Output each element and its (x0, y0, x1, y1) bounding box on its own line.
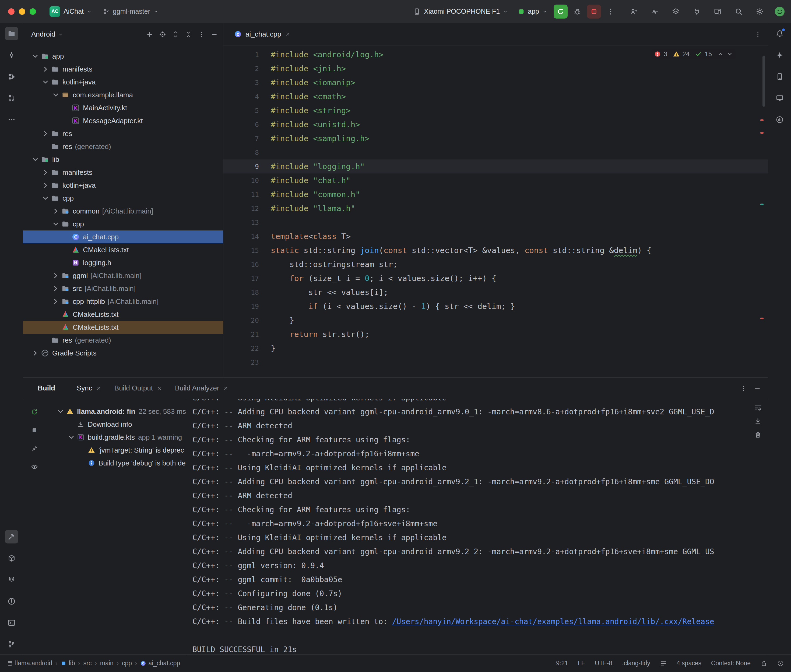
build-tree-item[interactable]: 'jvmTarget: String' is deprec (46, 444, 187, 457)
chevron-right-icon[interactable] (52, 272, 60, 280)
more-tools-button[interactable] (5, 113, 18, 126)
resource-context[interactable]: Context: None (711, 660, 751, 667)
chevron-down-icon[interactable] (31, 52, 39, 60)
build-button[interactable] (5, 530, 18, 544)
project-tree-item[interactable]: ggml[AiChat.lib.main] (23, 269, 223, 282)
build-tree-item[interactable]: Kbuild.gradle.ktsapp 1 warning (46, 431, 187, 444)
terminal-button[interactable] (5, 616, 18, 629)
caret-position[interactable]: 9:21 (556, 660, 568, 667)
project-tree-item[interactable]: CMakeLists.txt (23, 308, 223, 321)
project-tree-item[interactable]: KMessageAdapter.kt (23, 114, 223, 127)
more-actions-button[interactable] (604, 5, 618, 19)
pull-requests-button[interactable] (5, 91, 18, 105)
close-icon[interactable] (96, 386, 101, 391)
build-console[interactable]: C/C++: -- Using KleidiAI optimized kerne… (187, 399, 768, 654)
error-stripe-mark[interactable] (761, 132, 764, 134)
project-tree-item[interactable]: kotlin+java (23, 179, 223, 192)
project-tree-item[interactable]: Hlogging.h (23, 256, 223, 269)
vcs-branch-widget[interactable]: ggml-master (99, 3, 162, 20)
settings-button[interactable] (753, 5, 766, 18)
build-tab-sync[interactable]: Sync (70, 378, 108, 399)
app-insights-button[interactable] (773, 113, 786, 126)
build-tab-build-analyzer[interactable]: Build Analyzer (168, 378, 235, 399)
editor-options-icon[interactable] (754, 30, 761, 38)
project-tree-item[interactable]: cpp (23, 192, 223, 205)
run-config-selector[interactable]: app (514, 3, 551, 20)
build-tree-item[interactable]: BuildType 'debug' is both de (46, 457, 187, 469)
editor-tab-ai-chat-cpp[interactable]: C ai_chat.cpp (228, 23, 296, 45)
select-opened-file-icon[interactable] (159, 31, 166, 38)
write-access-icon[interactable] (761, 660, 767, 667)
project-widget[interactable]: AC AiChat (46, 3, 96, 20)
running-devices-button[interactable] (773, 91, 786, 105)
project-tree-item[interactable]: common[AiChat.lib.main] (23, 205, 223, 218)
close-window-button[interactable] (8, 8, 14, 15)
hide-build-panel-icon[interactable] (754, 385, 761, 392)
device-manager-button[interactable] (773, 70, 786, 83)
chevron-down-icon[interactable] (67, 433, 75, 441)
previous-problem-icon[interactable] (717, 51, 724, 57)
chevron-down-icon[interactable] (52, 220, 60, 228)
error-stripe-mark[interactable] (761, 119, 764, 121)
code-editor[interactable]: 1#include <android/log.h>2#include <jni.… (223, 45, 768, 377)
file-encoding[interactable]: UTF-8 (595, 660, 612, 667)
project-tree-item[interactable]: CMakeLists.txt (23, 243, 223, 256)
logcat-button[interactable] (5, 573, 18, 587)
chevron-right-icon[interactable] (31, 349, 39, 357)
code-with-me-button[interactable] (627, 5, 640, 18)
chevron-down-icon[interactable] (56, 407, 64, 416)
chevron-down-icon[interactable] (42, 78, 50, 86)
chevron-right-icon[interactable] (42, 181, 50, 189)
notifications-bell-button[interactable] (773, 27, 786, 40)
gemini-button[interactable] (773, 48, 786, 62)
vcs-stripe-mark[interactable] (761, 203, 764, 205)
project-tree-item[interactable]: src[AiChat.lib.main] (23, 282, 223, 295)
project-tree-item[interactable]: manifests (23, 166, 223, 179)
chevron-right-icon[interactable] (42, 168, 50, 176)
rerun-button[interactable] (554, 5, 568, 19)
chevron-down-icon[interactable] (42, 194, 50, 202)
build-tab-build-output[interactable]: Build Output (108, 378, 168, 399)
structure-button[interactable] (5, 70, 18, 83)
project-tree-item[interactable]: com.example.llama (23, 88, 223, 101)
collapse-all-icon[interactable] (185, 31, 192, 38)
soft-wrap-icon[interactable] (754, 404, 762, 412)
highlighting-icon[interactable] (777, 660, 784, 667)
error-stripe-mark[interactable] (761, 318, 764, 319)
search-button[interactable] (732, 5, 745, 18)
project-tree-item[interactable]: lib (23, 153, 223, 166)
breadcrumb-item[interactable]: llama.android (7, 660, 52, 667)
inspections-widget[interactable]: 3 24 15 (651, 49, 736, 59)
suspend-button[interactable] (29, 424, 40, 436)
project-tree-item[interactable]: CMakeLists.txt (23, 321, 223, 334)
project-tree-item[interactable]: Cai_chat.cpp (23, 230, 223, 243)
add-icon[interactable] (146, 31, 153, 38)
code-style-icon[interactable] (660, 660, 667, 667)
device-explorer-button[interactable] (5, 552, 18, 565)
close-tab-icon[interactable] (285, 32, 290, 37)
console-file-link[interactable]: /Users/hanyin/Workspace/ai-chat/examples… (392, 617, 714, 626)
close-icon[interactable] (223, 386, 228, 391)
preview-button[interactable] (29, 461, 40, 473)
project-folder-button[interactable] (5, 27, 18, 40)
project-tree-item[interactable]: cpp-httplib[AiChat.lib.main] (23, 295, 223, 308)
chevron-right-icon[interactable] (42, 130, 50, 138)
project-tree-item[interactable]: Gradle Scripts (23, 347, 223, 360)
user-avatar[interactable] (774, 6, 786, 18)
project-tree-item[interactable]: cpp (23, 218, 223, 230)
chevron-down-icon[interactable] (31, 155, 39, 163)
more-options-icon[interactable] (198, 31, 205, 38)
plugins-button[interactable] (690, 5, 703, 18)
hide-tool-window-icon[interactable] (211, 31, 218, 38)
editor-scrollbar[interactable] (762, 56, 765, 107)
stop-button[interactable] (587, 5, 601, 19)
project-view-selector[interactable]: Android (29, 28, 66, 41)
project-tree-item[interactable]: app (23, 50, 223, 62)
debug-button[interactable] (570, 5, 584, 19)
problems-button[interactable] (5, 595, 18, 608)
build-tree-item[interactable]: Download info (46, 418, 187, 431)
profiler-button[interactable] (648, 5, 661, 18)
build-tree-item[interactable]: llama.android: fin22 sec, 583 ms (46, 405, 187, 418)
project-tree-item[interactable]: manifests (23, 62, 223, 75)
expand-all-icon[interactable] (172, 31, 179, 38)
